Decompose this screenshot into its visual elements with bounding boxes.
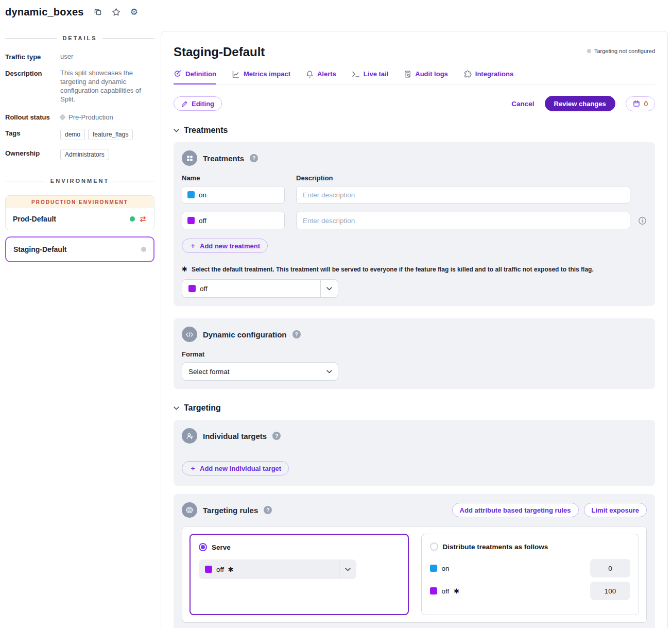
info-icon[interactable] <box>638 216 647 225</box>
inactive-status-dot <box>141 247 146 252</box>
serve-radio-option[interactable]: Serve <box>199 543 400 551</box>
radio-selected-icon[interactable] <box>199 543 207 551</box>
environment-card-staging[interactable]: Staging-Default <box>5 236 154 262</box>
page-title: dynamic_boxes <box>5 6 84 18</box>
environment-name: Staging-Default <box>13 245 66 253</box>
person-plus-icon <box>182 428 197 444</box>
treatment-row-off: off <box>182 212 647 229</box>
environment-detail-panel: Staging-Default Targeting not configured… <box>161 31 668 628</box>
distribute-row-off: off ✱ 100 <box>430 582 631 600</box>
tag-chip: feature_flags <box>88 129 133 140</box>
star-icon[interactable] <box>112 8 120 16</box>
name-column-header: Name <box>182 174 296 182</box>
serve-treatment-select[interactable]: off ✱ <box>199 559 356 579</box>
default-treatment-select[interactable]: off <box>182 279 338 298</box>
treatment-color-swatch <box>187 191 195 198</box>
distribute-radio-option[interactable]: Distribute treatments as follows <box>430 542 631 551</box>
environment-title: Staging-Default <box>174 45 265 59</box>
gear-icon[interactable]: ⚙ <box>130 8 138 16</box>
owner-chip: Administrators <box>60 149 109 160</box>
treatment-description-input[interactable] <box>296 186 630 203</box>
targeting-section-toggle[interactable]: Targeting <box>174 403 655 413</box>
page-layout: DETAILS Traffic type user Description Th… <box>0 0 672 628</box>
details-heading: DETAILS <box>5 35 154 41</box>
dynamic-configuration-card: Dynamic configuration ? Format Select fo… <box>174 318 655 389</box>
chevron-down-icon <box>174 129 179 132</box>
environment-card-prod[interactable]: PRODUCTION ENVIRONMENT Prod-Default <box>5 195 154 230</box>
puzzle-icon <box>463 70 472 78</box>
definition-icon <box>174 70 182 78</box>
pencil-icon <box>181 100 188 107</box>
radio-unselected-icon[interactable] <box>430 542 438 551</box>
treatment-row-on: on <box>182 186 647 203</box>
pending-changes-icon <box>139 215 147 223</box>
targeting-status: Targeting not configured <box>587 48 655 54</box>
tab-integrations[interactable]: Integrations <box>463 70 513 84</box>
plus-icon: ＋ <box>189 241 196 250</box>
copy-icon[interactable] <box>94 8 102 16</box>
help-icon[interactable]: ? <box>292 330 301 338</box>
tab-definition[interactable]: Definition <box>174 70 216 84</box>
format-label: Format <box>182 350 647 358</box>
add-new-treatment-button[interactable]: ＋ Add new treatment <box>182 239 268 253</box>
production-environment-banner: PRODUCTION ENVIRONMENT <box>6 196 154 208</box>
tab-metrics-impact[interactable]: Metrics impact <box>232 70 290 84</box>
calendar-icon <box>633 100 640 107</box>
tab-alerts[interactable]: Alerts <box>306 70 336 84</box>
editing-button[interactable]: Editing <box>174 96 222 111</box>
distribution-percentage-input[interactable]: 0 <box>590 559 630 578</box>
default-treatment-marker-icon: ✱ <box>182 265 187 273</box>
treatments-card: Treatments ? Name Description on off <box>174 142 655 306</box>
tab-audit-logs[interactable]: Audit logs <box>404 70 448 84</box>
tab-bar: Definition Metrics impact Alerts <box>174 70 655 84</box>
code-icon <box>182 327 197 342</box>
individual-targets-card: Individual targets ? ＋ Add new individua… <box>174 420 655 486</box>
detail-rollout-status: Rollout status Pre-Production <box>5 113 154 121</box>
metrics-impact-icon <box>232 70 240 78</box>
target-icon <box>182 502 197 518</box>
treatment-color-swatch <box>205 566 212 573</box>
help-icon[interactable]: ? <box>264 506 272 514</box>
status-dot <box>587 49 591 53</box>
detail-traffic-type: Traffic type user <box>5 53 154 61</box>
audit-logs-icon <box>404 70 411 78</box>
chevron-down-icon <box>174 406 179 410</box>
detail-ownership: Ownership Administrators <box>5 149 154 160</box>
treatment-description-input[interactable] <box>296 212 630 229</box>
treatment-color-swatch <box>187 217 195 224</box>
description-column-header: Description <box>296 174 333 182</box>
targeting-rule-row: Serve off ✱ <box>182 526 647 623</box>
default-treatment-marker-icon: ✱ <box>454 587 459 595</box>
default-treatment-note: ✱ Select the default treatment. This tre… <box>182 265 647 273</box>
chevron-down-icon <box>320 363 338 380</box>
treatments-section-toggle[interactable]: Treatments <box>174 126 655 135</box>
treatment-color-swatch <box>430 587 437 595</box>
cancel-button[interactable]: Cancel <box>511 100 534 108</box>
sidebar: DETAILS Traffic type user Description Th… <box>0 31 161 628</box>
distribution-percentage-input[interactable]: 100 <box>590 582 630 600</box>
chevron-down-icon <box>339 559 356 579</box>
format-select[interactable]: Select format <box>182 362 338 381</box>
tag-chip: demo <box>60 129 85 140</box>
treatment-name-input[interactable]: off <box>182 212 285 229</box>
distribute-option-panel[interactable]: Distribute treatments as follows on 0 of… <box>421 534 640 615</box>
tab-live-tail[interactable]: Live tail <box>352 70 388 84</box>
limit-exposure-button[interactable]: Limit exposure <box>584 503 647 517</box>
scheduled-changes-button[interactable]: 0 <box>626 96 655 111</box>
add-new-individual-target-button[interactable]: ＋ Add new individual target <box>182 461 289 476</box>
detail-description: Description This split showcases the tar… <box>5 69 154 104</box>
add-attribute-rules-button[interactable]: Add attribute based targeting rules <box>452 503 579 517</box>
help-icon[interactable]: ? <box>272 432 281 440</box>
rollout-status-diamond-icon <box>59 114 66 121</box>
environment-heading: ENVIRONMENT <box>5 178 154 184</box>
treatment-name-input[interactable]: on <box>182 186 285 203</box>
review-changes-button[interactable]: Review changes <box>545 96 615 111</box>
treatment-color-swatch <box>188 285 196 292</box>
serve-option-panel[interactable]: Serve off ✱ <box>189 534 409 615</box>
terminal-icon <box>352 71 360 78</box>
treatment-color-swatch <box>430 565 437 572</box>
environment-name: Prod-Default <box>13 215 56 223</box>
help-icon[interactable]: ? <box>250 154 258 162</box>
edit-toolbar: Editing Cancel Review changes 0 <box>174 96 655 111</box>
treatments-grid-icon <box>182 150 197 166</box>
